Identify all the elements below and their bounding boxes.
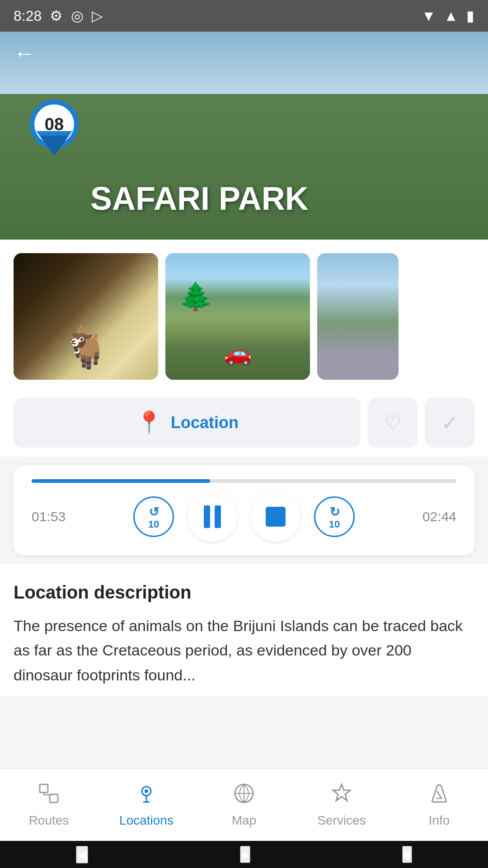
- gallery-item-1[interactable]: 🐐: [14, 253, 158, 380]
- play-icon: ▷: [92, 7, 103, 24]
- gallery-item-2[interactable]: 🚗: [165, 253, 310, 380]
- locations-icon: [135, 782, 158, 810]
- pause-bar-left: [204, 505, 210, 528]
- svg-rect-4: [40, 784, 48, 793]
- at-icon: ◎: [71, 7, 84, 24]
- location-pin: 08: [27, 90, 81, 160]
- total-time: 02:44: [422, 509, 456, 524]
- progress-fill: [32, 479, 210, 483]
- signal-icon: ▲: [444, 8, 458, 24]
- rewind-arrow: ↺: [149, 505, 159, 519]
- stop-button[interactable]: [251, 492, 300, 542]
- nav-item-locations[interactable]: Locations: [98, 782, 195, 828]
- system-nav: ◀ ● ■: [0, 841, 488, 868]
- pause-icon: [204, 505, 221, 528]
- info-label: Info: [429, 813, 450, 828]
- description-text: The presence of animals on the Brijuni I…: [14, 613, 474, 687]
- stop-icon: [266, 507, 286, 527]
- sys-recent-button[interactable]: ■: [402, 846, 412, 863]
- sys-home-button[interactable]: ●: [240, 846, 250, 863]
- forward-number: 10: [329, 519, 340, 529]
- svg-point-10: [145, 789, 148, 793]
- map-icon: [233, 782, 255, 810]
- pin-number: 08: [45, 115, 64, 134]
- settings-icon: ⚙: [50, 7, 63, 24]
- location-button-label: Location: [171, 413, 239, 432]
- svg-marker-16: [333, 784, 350, 801]
- audio-player: 01:53 ↺ 10 ↻ 10 02:44: [14, 466, 474, 555]
- svg-line-17: [437, 791, 441, 798]
- routes-label: Routes: [29, 813, 69, 828]
- locations-label: Locations: [119, 813, 174, 828]
- location-pin-icon: 📍: [136, 410, 163, 435]
- gallery-item-3[interactable]: [317, 253, 399, 380]
- rewind-button[interactable]: ↺ 10: [133, 496, 174, 537]
- rewind-number: 10: [148, 519, 159, 529]
- action-row: 📍 Location ♡ ✓: [0, 389, 488, 457]
- hero-section: ← 08 SAFARI PARK: [0, 32, 488, 240]
- bottom-nav: Routes Locations Map Services Info: [0, 769, 488, 841]
- wifi-icon: ▼: [422, 8, 436, 24]
- forward-arrow: ↻: [329, 505, 340, 519]
- map-label: Map: [232, 813, 256, 828]
- progress-track[interactable]: [32, 479, 456, 483]
- photo-gallery: 🐐 🚗: [0, 240, 488, 389]
- nav-item-routes[interactable]: Routes: [0, 782, 98, 828]
- description-title: Location description: [14, 582, 474, 603]
- player-controls: 01:53 ↺ 10 ↻ 10 02:44: [32, 492, 456, 542]
- hero-title: SAFARI PARK: [90, 180, 309, 217]
- heart-icon: ♡: [384, 411, 402, 434]
- back-button[interactable]: ←: [14, 41, 35, 66]
- pause-bar-right: [215, 505, 221, 528]
- check-button[interactable]: ✓: [425, 398, 474, 448]
- pin-svg: 08: [27, 90, 81, 158]
- pause-button[interactable]: [188, 492, 237, 542]
- status-bar: 8:28 ⚙ ◎ ▷ ▼ ▲ ▮: [0, 0, 488, 32]
- time-display: 8:28: [14, 8, 42, 24]
- status-left: 8:28 ⚙ ◎ ▷: [14, 7, 103, 24]
- nav-item-services[interactable]: Services: [293, 782, 390, 828]
- control-center: ↺ 10 ↻ 10: [133, 492, 355, 542]
- nav-item-info[interactable]: Info: [390, 782, 488, 828]
- forward-button[interactable]: ↻ 10: [314, 496, 355, 537]
- location-button[interactable]: 📍 Location: [14, 398, 361, 448]
- current-time: 01:53: [32, 509, 66, 524]
- favorite-button[interactable]: ♡: [368, 398, 418, 448]
- battery-icon: ▮: [466, 7, 474, 24]
- services-icon: [330, 782, 353, 810]
- svg-rect-5: [50, 794, 58, 802]
- check-icon: ✓: [441, 411, 458, 434]
- services-label: Services: [317, 813, 366, 828]
- status-right: ▼ ▲ ▮: [422, 7, 474, 24]
- info-icon: [428, 782, 450, 810]
- routes-icon: [38, 782, 60, 810]
- sys-back-button[interactable]: ◀: [76, 846, 88, 863]
- description-section: Location description The presence of ani…: [0, 564, 488, 696]
- nav-item-map[interactable]: Map: [195, 782, 293, 828]
